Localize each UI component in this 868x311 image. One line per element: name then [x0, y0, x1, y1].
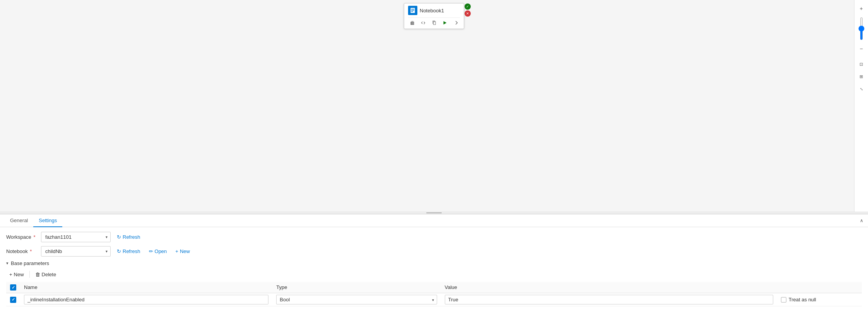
- table-header-name: Name: [20, 282, 272, 293]
- tabs-bar: General Settings ∧: [0, 214, 868, 227]
- zoom-in-button[interactable]: +: [856, 3, 867, 14]
- workspace-refresh-button[interactable]: ↻ Refresh: [114, 233, 143, 241]
- row-checkbox[interactable]: [10, 297, 16, 303]
- node-arrow-button[interactable]: [451, 19, 460, 26]
- canvas-area: Notebook1 ✓ ✕: [0, 0, 868, 212]
- node-toolbar: [408, 17, 460, 26]
- treat-null-label: Treat as null: [789, 297, 816, 303]
- row-type-cell: Bool String Int Float ▾: [272, 293, 441, 306]
- notebook-refresh-button[interactable]: ↻ Refresh: [114, 247, 143, 256]
- fit-width-button[interactable]: ⊞: [856, 71, 867, 82]
- params-toolbar: + New 🗑 Delete: [6, 270, 862, 279]
- notebook-select[interactable]: childNb: [41, 246, 111, 257]
- notebook-node-header: Notebook1: [408, 6, 460, 15]
- workspace-row: Workspace * fazhan1101 ▾ ↻ Refresh: [6, 232, 862, 242]
- panel-collapse-button[interactable]: ∧: [860, 218, 863, 223]
- workspace-refresh-icon: ↻: [117, 234, 121, 240]
- notebook-new-button[interactable]: + New: [173, 247, 192, 256]
- table-header-value: Value: [441, 282, 777, 293]
- params-delete-icon: 🗑: [35, 272, 40, 277]
- collapse-diagram-button[interactable]: ⤡: [856, 83, 867, 94]
- workspace-select-container: fazhan1101 ▾: [41, 232, 111, 242]
- zoom-slider[interactable]: [860, 17, 863, 40]
- table-row: Bool String Int Float ▾: [6, 293, 862, 306]
- settings-content: Workspace * fazhan1101 ▾ ↻ Refresh Noteb…: [0, 227, 868, 311]
- notebook-select-container: childNb ▾: [41, 246, 111, 257]
- notebook-open-icon: ✏: [149, 248, 153, 254]
- section-toggle-icon[interactable]: ▾: [6, 261, 9, 266]
- params-new-button[interactable]: + New: [6, 270, 27, 279]
- notebook-node-title: Notebook1: [420, 8, 444, 14]
- node-code-button[interactable]: [419, 19, 427, 26]
- params-new-icon: +: [9, 272, 12, 277]
- svg-rect-1: [411, 9, 414, 10]
- tab-settings[interactable]: Settings: [33, 214, 62, 227]
- row-name-cell: [20, 293, 272, 306]
- zoom-slider-container: [860, 17, 863, 40]
- header-checkbox[interactable]: [10, 284, 16, 291]
- base-params-section-header: ▾ Base parameters: [6, 260, 862, 266]
- svg-rect-3: [411, 11, 413, 12]
- treat-null-container: Treat as null: [781, 297, 858, 303]
- notebook-canvas-icon: [408, 6, 417, 15]
- fit-page-button[interactable]: ⊡: [856, 59, 867, 70]
- row-value-input[interactable]: [445, 295, 773, 304]
- main-container: Notebook1 ✓ ✕: [0, 0, 868, 311]
- row-type-select[interactable]: Bool String Int Float: [276, 295, 437, 304]
- row-treat-null-cell: Treat as null: [777, 293, 862, 306]
- tab-general[interactable]: General: [5, 214, 33, 227]
- status-check-icon: ✓: [465, 3, 471, 10]
- toolbar-separator: [29, 271, 30, 278]
- node-delete-button[interactable]: [408, 19, 417, 26]
- node-copy-button[interactable]: [430, 19, 438, 26]
- table-header-treat-null: [777, 282, 862, 293]
- notebook-row: Notebook * childNb ▾ ↻ Refresh ✏ Open: [6, 246, 862, 257]
- status-x-icon: ✕: [465, 10, 471, 17]
- notebook-refresh-icon: ↻: [117, 248, 121, 254]
- workspace-label: Workspace *: [6, 234, 37, 240]
- table-header-type: Type: [272, 282, 441, 293]
- node-status-icons: ✓ ✕: [465, 3, 471, 17]
- resize-handle-bar: [426, 212, 442, 213]
- notebook-label: Notebook *: [6, 248, 37, 254]
- type-select-container: Bool String Int Float ▾: [276, 295, 437, 304]
- zoom-out-button[interactable]: −: [856, 43, 867, 54]
- workspace-required-star: *: [32, 234, 36, 240]
- table-header-row: Name Type Value: [6, 282, 862, 293]
- right-toolbar: + − ⊡ ⊞ ⤡: [854, 0, 868, 212]
- row-value-cell: [441, 293, 777, 306]
- row-name-input[interactable]: [24, 295, 268, 304]
- table-header-checkbox: [6, 282, 20, 293]
- row-checkbox-cell: [6, 293, 20, 306]
- svg-rect-2: [411, 10, 414, 11]
- node-run-button[interactable]: [441, 19, 449, 26]
- notebook-node[interactable]: Notebook1 ✓ ✕: [404, 3, 464, 29]
- treat-null-checkbox[interactable]: [781, 297, 786, 303]
- bottom-panel: General Settings ∧ Workspace * fazhan110…: [0, 214, 868, 311]
- workspace-select[interactable]: fazhan1101: [41, 232, 111, 242]
- params-table: Name Type Value: [6, 282, 862, 307]
- notebook-new-icon: +: [175, 248, 178, 254]
- notebook-open-button[interactable]: ✏ Open: [147, 247, 169, 256]
- params-delete-button[interactable]: 🗑 Delete: [32, 270, 60, 279]
- notebook-required-star: *: [29, 248, 32, 254]
